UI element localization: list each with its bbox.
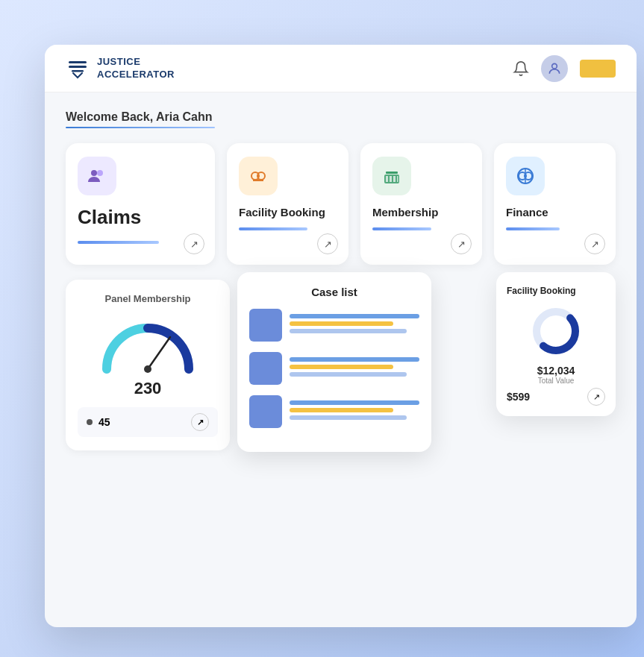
svg-rect-13 bbox=[393, 176, 396, 182]
svg-rect-0 bbox=[69, 61, 87, 63]
svg-line-20 bbox=[148, 337, 170, 369]
case-line bbox=[290, 314, 419, 318]
facility-link-button[interactable]: ↗ bbox=[317, 233, 338, 254]
case-line bbox=[290, 415, 407, 420]
claims-link-button[interactable]: ↗ bbox=[184, 233, 204, 254]
donut-svg bbox=[530, 305, 582, 357]
top-cards-grid: Claims ↗ Facility Booking bbox=[66, 143, 616, 265]
case-list-title: Case list bbox=[249, 286, 419, 298]
finance-link-button[interactable]: ↗ bbox=[584, 233, 605, 254]
membership-card-title: Membership bbox=[372, 206, 470, 219]
outer-background: JUSTICE ACCELERATOR bbox=[0, 0, 644, 657]
claims-icon bbox=[87, 166, 107, 186]
case-line bbox=[290, 408, 393, 412]
finance-icon-wrap bbox=[506, 157, 545, 195]
avatar[interactable] bbox=[541, 55, 568, 82]
logo-icon bbox=[66, 57, 90, 81]
case-list-card: Case list bbox=[237, 272, 431, 452]
case-thumb-3 bbox=[249, 395, 282, 428]
gauge-container bbox=[96, 313, 200, 373]
case-lines-3 bbox=[290, 400, 419, 423]
case-line bbox=[290, 357, 419, 362]
donut-container bbox=[530, 305, 582, 357]
facility-booking-card: Facility Booking ↗ bbox=[227, 143, 348, 265]
case-line bbox=[290, 400, 419, 405]
gauge-number: 230 bbox=[78, 379, 218, 398]
finance-icon bbox=[515, 166, 536, 186]
bell-icon[interactable] bbox=[513, 60, 529, 77]
svg-point-21 bbox=[144, 365, 151, 373]
svg-rect-12 bbox=[390, 176, 392, 182]
facility-right-title: Facility Booking bbox=[507, 286, 605, 296]
panel-membership-card: Panel Membership bbox=[66, 280, 230, 450]
claims-icon-wrap bbox=[78, 157, 116, 195]
finance-card: Finance ↗ bbox=[494, 143, 616, 265]
facility-icon-wrap bbox=[239, 157, 278, 195]
svg-point-5 bbox=[97, 170, 103, 176]
facility-bar bbox=[239, 227, 307, 230]
facility-card-title: Facility Booking bbox=[239, 206, 337, 219]
case-row-3 bbox=[249, 395, 419, 428]
membership-icon bbox=[381, 166, 402, 186]
claims-card: Claims ↗ bbox=[66, 143, 215, 265]
facility-right-card: Facility Booking $12,034 Total Value $59… bbox=[496, 272, 616, 416]
case-row-2 bbox=[249, 352, 419, 385]
logo-text: JUSTICE ACCELERATOR bbox=[97, 56, 175, 81]
facility-right-link-button[interactable]: ↗ bbox=[587, 388, 605, 406]
case-line bbox=[290, 365, 393, 369]
membership-link-button[interactable]: ↗ bbox=[451, 233, 472, 254]
panel-stat: 45 ↗ bbox=[78, 407, 218, 437]
welcome-underline bbox=[66, 127, 215, 128]
finance-bar bbox=[506, 227, 560, 230]
gauge-svg bbox=[96, 313, 200, 377]
membership-bar bbox=[372, 227, 431, 230]
case-thumb-1 bbox=[249, 309, 282, 342]
main-content: Welcome Back, Aria Cahn Claims bbox=[45, 92, 637, 468]
panel-title: Panel Membership bbox=[78, 293, 218, 304]
header-action-button[interactable] bbox=[580, 60, 616, 78]
welcome-message: Welcome Back, Aria Cahn bbox=[66, 110, 616, 124]
logo-line2: ACCELERATOR bbox=[97, 69, 175, 81]
svg-rect-2 bbox=[72, 70, 84, 72]
case-lines-1 bbox=[290, 314, 419, 336]
svg-rect-15 bbox=[386, 172, 398, 174]
total-value: $12,034 bbox=[507, 365, 605, 377]
svg-point-3 bbox=[552, 63, 557, 69]
case-thumb-2 bbox=[249, 352, 282, 385]
case-line bbox=[290, 329, 407, 333]
svg-rect-1 bbox=[69, 66, 87, 68]
panel-stat-arrow-button[interactable]: ↗ bbox=[191, 413, 209, 431]
claims-title: Claims bbox=[78, 206, 203, 229]
facility-icon bbox=[248, 166, 269, 186]
svg-rect-14 bbox=[397, 176, 398, 182]
case-row-1 bbox=[249, 309, 419, 342]
bottom-section: Panel Membership bbox=[66, 280, 616, 450]
logo-line1: JUSTICE bbox=[97, 56, 175, 69]
svg-rect-11 bbox=[386, 176, 388, 182]
claims-bar bbox=[78, 241, 159, 244]
membership-icon-wrap bbox=[372, 157, 411, 195]
stat-dot bbox=[87, 419, 93, 425]
total-label: Total Value bbox=[507, 377, 605, 385]
header: JUSTICE ACCELERATOR bbox=[45, 45, 637, 92]
case-lines-2 bbox=[290, 357, 419, 380]
membership-card: Membership ↗ bbox=[360, 143, 482, 265]
case-line bbox=[290, 372, 407, 377]
browser-window: JUSTICE ACCELERATOR bbox=[45, 45, 637, 627]
stat-value: 45 bbox=[99, 416, 110, 428]
finance-card-title: Finance bbox=[506, 206, 604, 219]
svg-point-4 bbox=[91, 170, 97, 176]
header-right bbox=[513, 55, 616, 82]
logo: JUSTICE ACCELERATOR bbox=[66, 56, 175, 81]
case-line bbox=[290, 321, 393, 326]
